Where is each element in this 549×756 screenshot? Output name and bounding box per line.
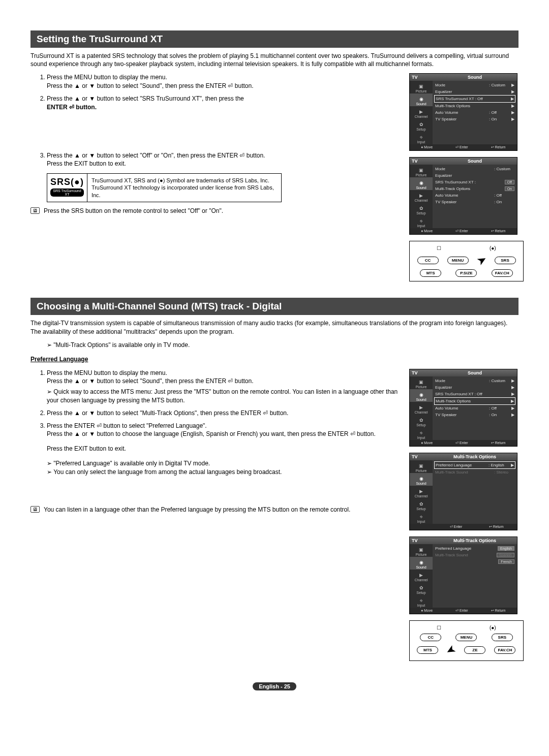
section2-intro: The digital-TV transmission system is ca… [30,319,518,335]
srs-button[interactable]: SRS [492,634,513,641]
srs-trademark-text: TruSurround XT, SRS and (●) Symbol are t… [87,174,281,202]
s1-step1b: Press the ▲ or ▼ button to select "Sound… [47,82,253,89]
display-icon: ☐ [437,625,441,631]
s1-step3a: Press the ▲ or ▼ button to select "Off" … [47,152,265,159]
tab-setup: ✿Setup [410,119,433,132]
s2-hint: 🖥 You can listen in a language other tha… [30,506,399,513]
ze-button[interactable]: ZE [464,646,485,654]
mts-button[interactable]: MTS [420,269,441,277]
remote-diagram-srs: ☐ (●) CC MENU ➤ SRS MTS P.SIZE FAV.CH [409,241,524,281]
osd-sound-srs-dropdown: TVSound ▣Picture ◉Sound ▶Channel ✿Setup … [409,157,517,235]
s1-step2a: Press the ▲ or ▼ button to select "SRS T… [47,95,244,102]
tab-channel: ▶Channel [410,106,433,119]
section1-intro: TruSurround XT is a patented SRS technol… [30,52,518,68]
srs-record-icon: (●) [490,625,496,631]
remote-hint-icon: 🖥 [30,207,40,214]
s1-step1: Press the MENU button to display the men… [47,73,399,90]
preferred-language-heading: Preferred Language [30,356,88,363]
tab-input: ⎆Input [410,132,433,144]
s1-step2b: ENTER ⏎ button. [47,104,97,111]
favch-button[interactable]: FAV.CH [494,646,515,654]
s1-step2: Press the ▲ or ▼ button to select "SRS T… [47,94,399,112]
osd-sound-srs-selected: TVSound ▣Picture ◉Sound ▶Channel ✿Setup … [409,73,517,151]
srs-button[interactable]: SRS [495,257,516,264]
favch-button[interactable]: FAV.CH [492,269,513,277]
s2-step3: Press the ENTER ⏎ button to select "Pref… [47,422,399,477]
cc-button[interactable]: CC [420,634,441,641]
s2-step2: Press the ▲ or ▼ button to select "Multi… [47,409,399,418]
s2-note1: "Multi-Track Options" is available only … [47,341,518,350]
srs-trademark-box: SRS(●) SRS TruSurround XT TruSurround XT… [47,173,282,202]
srs-logo: SRS(●) SRS TruSurround XT [47,174,87,202]
section2-title: Choosing a Multi-Channel Sound (MTS) tra… [30,298,518,315]
tab-picture: ▣Picture [410,81,433,93]
s1-step3b: Press the EXIT button to exit. [47,160,126,167]
tab-sound: ◉Sound [410,93,433,106]
s1-step3: Press the ▲ or ▼ button to select "Off" … [47,151,399,169]
pointer-arrow-icon: ➤ [475,253,489,268]
s1-step1a: Press the MENU button to display the men… [47,74,167,81]
osd-mto-menu: TVMulti-Track Options ▣Picture ◉Sound ▶C… [409,453,517,530]
menu-button[interactable]: MENU [447,257,469,264]
display-icon: ☐ [437,245,441,251]
pointer-arrow-icon: ➤ [445,643,459,657]
s1-hint: 🖥 Press the SRS button on the remote con… [30,207,399,214]
osd-mto-language-dropdown: TVMulti-Track Options ▣Picture ◉Sound ▶C… [409,537,517,614]
psize-button[interactable]: P.SIZE [455,269,477,277]
osd-sound-mto-selected: TVSound ▣Picture ◉Sound ▶Channel ✿Setup … [409,369,517,447]
srs-record-icon: (●) [490,245,496,251]
section1-title: Setting the TruSurround XT [30,30,518,48]
cc-button[interactable]: CC [417,257,439,264]
page-footer: English - 25 [30,682,518,690]
s2-step1: Press the MENU button to display the men… [47,369,399,405]
menu-button[interactable]: MENU [455,634,477,641]
remote-diagram-mts: ☐ (●) CC MENU SRS MTS ➤ ZE FAV.CH [409,620,524,661]
mts-button[interactable]: MTS [417,646,438,654]
remote-hint-icon: 🖥 [30,506,40,513]
